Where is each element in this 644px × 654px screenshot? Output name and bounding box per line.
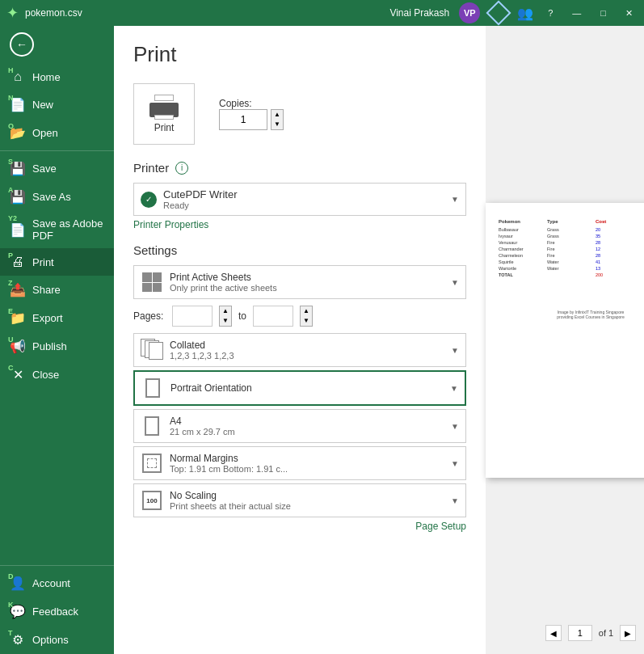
sidebar-item-account[interactable]: D 👤 Account: [0, 569, 114, 597]
avatar[interactable]: VP: [459, 2, 480, 23]
orientation-arrow: ▼: [450, 384, 458, 393]
minimize-button[interactable]: —: [567, 5, 586, 21]
active-sheets-arrow: ▼: [451, 278, 459, 287]
back-button[interactable]: ←: [10, 32, 34, 57]
sidebar-item-save-adobe[interactable]: Y2 📄 Save as Adobe PDF: [0, 211, 114, 248]
margins-inner: [147, 458, 157, 468]
sidebar-item-save[interactable]: S 💾 Save: [0, 154, 114, 183]
pages-from-increment[interactable]: ▲: [220, 306, 231, 316]
active-sheets-sub: Only print the active sheets: [170, 283, 444, 293]
sidebar-label-save-as: Save As: [32, 191, 71, 203]
next-page-button[interactable]: ▶: [620, 625, 636, 641]
sidebar-label-feedback: Feedback: [32, 605, 78, 618]
sidebar-item-home[interactable]: H ⌂ Home: [0, 63, 114, 91]
content: Print Print Copies:: [114, 26, 644, 654]
copies-input-container: ▲ ▼: [219, 109, 284, 130]
preview-content: Pokemon Type Cost Purchase Date Bulbasau…: [486, 203, 644, 335]
pages-from-spinner: ▲ ▼: [219, 306, 232, 327]
margins-text: Normal Margins Top: 1.91 cm Bottom: 1.91…: [170, 453, 444, 474]
setting-active-sheets[interactable]: Print Active Sheets Only print the activ…: [133, 265, 466, 299]
sidebar-label-publish: Publish: [32, 340, 67, 352]
page-setup-link[interactable]: Page Setup: [133, 521, 466, 532]
sidebar-letter-save-as: A: [8, 186, 14, 194]
preview-row-3: Venusaur Fire 28 1 Feb 2015: [499, 240, 644, 245]
settings-section-title: Settings: [133, 243, 466, 257]
help-button[interactable]: ?: [543, 5, 558, 21]
printer-select[interactable]: ✓ CutePDF Writer Ready ▼: [133, 183, 466, 216]
sidebar-divider-1: [0, 150, 114, 151]
sheets-grid-icon: [142, 272, 162, 292]
sidebar-item-share[interactable]: Z 📤 Share: [0, 276, 114, 304]
sidebar-item-close[interactable]: C ✕ Close: [0, 361, 114, 389]
pages-label: Pages:: [133, 310, 166, 322]
sidebar-label-export: Export: [32, 312, 63, 324]
scaling-arrow: ▼: [451, 496, 459, 505]
pages-to-input[interactable]: [253, 306, 293, 327]
sidebar-item-feedback[interactable]: K 💬 Feedback: [0, 597, 114, 626]
sidebar-letter-account: D: [8, 572, 14, 580]
sidebar-item-open[interactable]: O 📂 Open: [0, 119, 114, 147]
pages-to-increment[interactable]: ▲: [301, 306, 312, 316]
sheet-cell-2: [153, 272, 162, 282]
pages-to-label: to: [238, 310, 246, 322]
pages-from-decrement[interactable]: ▼: [220, 316, 231, 326]
printer-section: Printer i ✓ CutePDF Writer Ready ▼ Print…: [133, 161, 466, 230]
orientation-main: Portrait Orientation: [170, 382, 444, 394]
sidebar-item-save-as[interactable]: A 💾 Save As: [0, 183, 114, 211]
preview-row-2: Ivysaur Grass 35 5 Mar 2015: [499, 234, 644, 238]
printer-paper-out: [154, 95, 174, 101]
sidebar-item-options[interactable]: T ⚙ Options: [0, 626, 114, 654]
collated-sub: 1,2,3 1,2,3 1,2,3: [170, 351, 444, 361]
main-layout: ← H ⌂ Home N 📄 New O 📂 Open S 💾 Save A 💾…: [0, 26, 644, 654]
close-button[interactable]: ✕: [621, 5, 638, 22]
copies-container: Copies: ▲ ▼: [219, 98, 284, 130]
settings-section: Settings Print: [133, 243, 466, 532]
save-adobe-icon: 📄: [10, 222, 26, 238]
preview-row-6: Squirtle Water 41 2 Apr 2015: [499, 259, 644, 264]
app-logo: ✦: [6, 4, 19, 22]
scaling-text: No Scaling Print sheets at their actual …: [170, 490, 444, 511]
printer-status: Ready: [163, 200, 444, 210]
preview-footer: Image by InfinixIT Training Singaporepro…: [499, 310, 644, 319]
page-total: of 1: [599, 628, 613, 638]
copies-decrement[interactable]: ▼: [271, 120, 283, 129]
current-page-input[interactable]: [568, 625, 592, 641]
titlebar-right: Vinai Prakash VP 👥 ? — □ ✕: [389, 2, 638, 23]
people-icon: 👥: [517, 6, 533, 21]
sidebar-letter-close: C: [8, 364, 14, 372]
print-button[interactable]: Print: [133, 83, 195, 145]
sidebar-letter-print: P: [8, 251, 13, 259]
copies-increment[interactable]: ▲: [271, 110, 283, 120]
collated-arrow: ▼: [451, 346, 459, 355]
sidebar-item-print[interactable]: P 🖨 Print: [0, 248, 114, 276]
a4-page-icon: [145, 416, 159, 436]
printer-info-icon[interactable]: i: [175, 162, 188, 175]
paper-text: A4 21 cm x 29.7 cm: [170, 416, 444, 437]
printer-properties-link[interactable]: Printer Properties: [133, 219, 208, 230]
setting-margins[interactable]: Normal Margins Top: 1.91 cm Bottom: 1.91…: [133, 446, 466, 480]
preview-table-header: Pokemon Type Cost Purchase Date: [499, 219, 644, 224]
copies-input[interactable]: [219, 109, 267, 130]
printer-name: CutePDF Writer: [163, 188, 444, 200]
sidebar-letter-save-adobe: Y2: [8, 214, 17, 222]
active-sheets-icon: [141, 271, 163, 293]
sidebar-letter-save: S: [8, 158, 13, 166]
sidebar-item-export[interactable]: E 📁 Export: [0, 304, 114, 332]
printer-info: CutePDF Writer Ready: [163, 188, 444, 210]
pages-from-input[interactable]: [172, 306, 213, 327]
sidebar-label-options: Options: [32, 634, 69, 646]
prev-page-button[interactable]: ◀: [545, 625, 562, 641]
setting-scaling[interactable]: 100 No Scaling Print sheets at their act…: [133, 483, 466, 517]
pages-to-decrement[interactable]: ▼: [301, 316, 312, 326]
setting-collated[interactable]: Collated 1,2,3 1,2,3 1,2,3 ▼: [133, 333, 466, 367]
paper-icon: [141, 415, 163, 437]
setting-paper[interactable]: A4 21 cm x 29.7 cm ▼: [133, 409, 466, 443]
scaling-100-icon: 100: [142, 491, 162, 510]
maximize-button[interactable]: □: [596, 5, 611, 21]
sidebar-item-new[interactable]: N 📄 New: [0, 91, 114, 119]
setting-orientation[interactable]: Portrait Orientation ▼: [133, 370, 466, 406]
collated-main: Collated: [170, 340, 444, 351]
sidebar-item-publish[interactable]: U 📢 Publish: [0, 332, 114, 361]
preview-paper: Pokemon Type Cost Purchase Date Bulbasau…: [486, 203, 644, 478]
page-navigation: ◀ of 1 ▶: [545, 625, 636, 641]
